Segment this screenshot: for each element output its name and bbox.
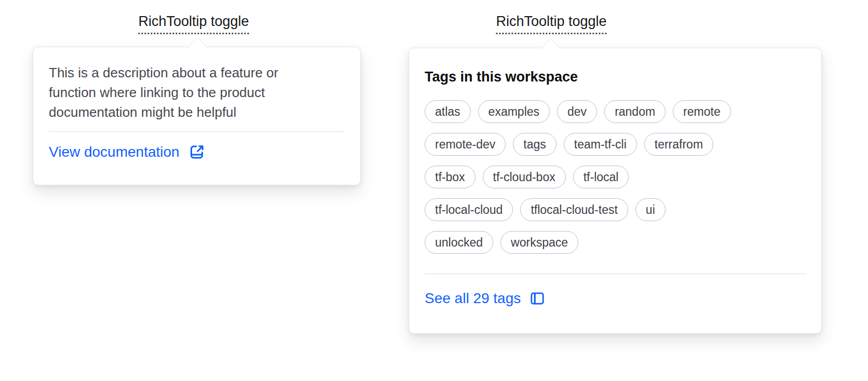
tag-row: remote-devtagsteam-tf-cliterrafrom	[425, 133, 806, 156]
sidebar-icon	[529, 290, 546, 307]
tag-pill: examples	[478, 100, 550, 123]
description-line: documentation might be helpful	[49, 102, 345, 122]
tag-pill: ui	[635, 198, 666, 221]
rich-tooltip-tags: Tags in this workspace atlasexamplesdevr…	[409, 48, 822, 334]
see-all-tags-link[interactable]: See all 29 tags	[425, 290, 546, 307]
tag-pill: tflocal-cloud-test	[520, 198, 628, 221]
tag-pill: remote	[673, 100, 731, 123]
tooltip-divider	[49, 131, 345, 132]
tag-pill: unlocked	[425, 231, 493, 254]
tag-pill: tf-local	[573, 166, 629, 188]
view-documentation-link[interactable]: View documentation	[49, 143, 206, 161]
tooltip-caret	[188, 37, 208, 57]
tag-pill: remote-dev	[425, 133, 506, 156]
richtooltip-toggle-left[interactable]: RichTooltip toggle	[138, 12, 249, 34]
richtooltip-toggle-right[interactable]: RichTooltip toggle	[496, 12, 606, 34]
tag-row: tf-boxtf-cloud-boxtf-local	[425, 166, 806, 188]
tag-pill: terrafrom	[644, 133, 713, 156]
docs-link-external-icon	[188, 143, 206, 161]
tooltip-description: This is a description about a feature or…	[49, 63, 345, 122]
tags-heading: Tags in this workspace	[425, 68, 806, 86]
tag-pill: dev	[557, 100, 597, 123]
tooltip-divider	[425, 274, 806, 274]
description-line: This is a description about a feature or	[49, 63, 345, 83]
tag-pill: random	[604, 100, 666, 123]
tag-row: unlockedworkspace	[425, 231, 806, 254]
rich-tooltip-documentation: This is a description about a feature or…	[33, 47, 361, 185]
tag-pill: tf-box	[425, 166, 476, 188]
description-line: function where linking to the product	[49, 83, 345, 102]
see-all-tags-label: See all 29 tags	[425, 290, 521, 307]
tag-pill: atlas	[425, 100, 471, 123]
tag-pill: tf-cloud-box	[483, 166, 566, 188]
tag-pill: tags	[513, 133, 556, 156]
tooltip-caret	[541, 38, 561, 58]
tag-pill: workspace	[500, 231, 578, 254]
tag-row: tf-local-cloudtflocal-cloud-testui	[425, 198, 806, 221]
tag-pill: team-tf-cli	[564, 133, 637, 156]
tag-rows: atlasexamplesdevrandomremoteremote-devta…	[425, 100, 806, 254]
view-documentation-label: View documentation	[49, 143, 180, 161]
tag-row: atlasexamplesdevrandomremote	[425, 100, 806, 123]
tag-pill: tf-local-cloud	[425, 198, 513, 221]
